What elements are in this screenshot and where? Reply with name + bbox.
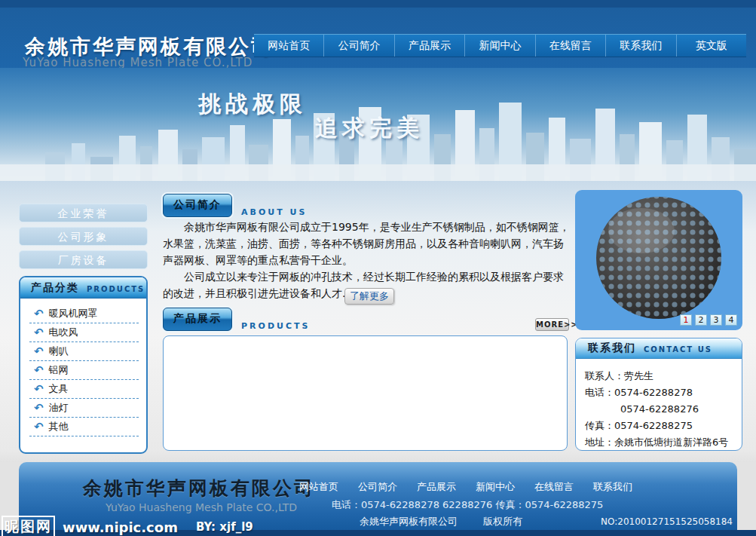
product-category-list: ↶ 暖风机网罩 ↶ 电吹风 ↶ 喇叭 ↶ 铝网 ↶ 文具 (20, 299, 146, 436)
banner: 挑战极限 追求完美 (0, 68, 756, 181)
curved-arrow-icon: ↶ (34, 308, 44, 320)
footer-copyright-text: 版权所有 (483, 515, 522, 528)
category-label: 文具 (49, 382, 69, 396)
category-item-speaker[interactable]: ↶ 喇叭 (29, 342, 139, 361)
footer-nav-message[interactable]: 在线留言 (534, 480, 574, 494)
contact-phone-1: 电话：0574-62288278 (585, 384, 742, 401)
nav-item-contact[interactable]: 联系我们 (605, 35, 675, 57)
watermark-url: www.nipic.com (63, 519, 178, 535)
nav-item-home[interactable]: 网站首页 (254, 35, 323, 57)
about-tab-subtitle: ABOUT US (241, 207, 307, 217)
footer-nav: 网站首页 公司简介 产品展示 新闻中心 在线留言 联系我们 (299, 480, 632, 494)
category-label: 暖风机网罩 (49, 307, 98, 320)
contact-address: 地址：余姚市低塘街道新洋路6号 (585, 434, 742, 451)
product-category-panel: 产品分类 PRODUCTS ↶ 暖风机网罩 ↶ 电吹风 ↶ 喇叭 ↶ (19, 276, 148, 454)
category-item-stationery[interactable]: ↶ 文具 (29, 380, 139, 399)
about-section-header: 公司简介 ABOUT US (163, 194, 307, 217)
products-display-panel (163, 335, 568, 451)
slider-page-3[interactable]: 3 (710, 314, 722, 326)
footer-nav-products[interactable]: 产品展示 (417, 480, 456, 494)
learn-more-button[interactable]: 了解更多 (344, 288, 394, 305)
footer-copyright-company: 余姚华声网板有限公司 (360, 515, 458, 528)
footer-serial-number: NO:20100127151525058184 (601, 516, 733, 527)
product-category-header: 产品分类 PRODUCTS (20, 277, 146, 299)
products-section-header: 产品展示 PRODUCTS (163, 308, 310, 331)
contact-title: 联系我们 (588, 342, 636, 355)
sidebar-item-honor[interactable]: 企业荣誉 (19, 204, 148, 222)
category-label: 油灯 (49, 401, 69, 415)
header: 余姚市华声网板有限公司 YuYao Huasheng Mesh Plate CO… (0, 8, 756, 68)
footer-nav-contact[interactable]: 联系我们 (593, 480, 632, 494)
nav-item-about[interactable]: 公司简介 (323, 35, 393, 57)
footer-company-name-en: YuYao Huasheng Mesh Plate CO.,LTD (106, 501, 297, 513)
slider-page-4[interactable]: 4 (725, 314, 737, 326)
about-tab-button[interactable]: 公司简介 (163, 194, 232, 217)
contact-person: 联系人：劳先生 (585, 368, 742, 384)
page: 余姚市华声网板有限公司 YuYao Huasheng Mesh Plate CO… (0, 0, 756, 536)
category-item-hairdryer[interactable]: ↶ 电吹风 (29, 323, 139, 342)
product-category-subtitle: PRODUCTS (87, 285, 145, 293)
products-more-button[interactable]: MORE>> (535, 318, 569, 331)
category-label: 其他 (49, 420, 69, 433)
category-label: 铝网 (49, 363, 69, 377)
contact-panel-header: 联系我们 CONTACT US (576, 338, 742, 359)
main-nav: 网站首页 公司简介 产品展示 新闻中心 在线留言 联系我们 英文版 (254, 34, 746, 57)
curved-arrow-icon: ↶ (34, 327, 44, 338)
banner-slogan-2: 追求完美 (315, 113, 424, 144)
watermark-logo: 昵图网 (2, 516, 55, 536)
sidebar-item-factory[interactable]: 厂房设备 (19, 250, 148, 269)
contact-subtitle: CONTACT US (644, 345, 712, 354)
watermark: 昵图网 www.nipic.com BY: xjf_l9 (2, 516, 253, 536)
top-bar (0, 0, 756, 8)
category-item-aluminum-mesh[interactable]: ↶ 铝网 (29, 361, 139, 380)
intro-paragraph-1: 余姚市华声网板有限公司成立于1995年，是专业生产不锈钢制品，如不锈钢网篮，水果… (163, 219, 570, 268)
category-label: 喇叭 (49, 345, 69, 358)
contact-fax: 传真：0574-62288275 (585, 418, 742, 434)
slider-page-2[interactable]: 2 (695, 314, 707, 326)
contact-info: 联系人：劳先生 电话：0574-62288278 0574-62288276 传… (576, 359, 742, 451)
curved-arrow-icon: ↶ (34, 384, 44, 395)
nav-item-english[interactable]: 英文版 (676, 35, 746, 57)
curved-arrow-icon: ↶ (34, 346, 44, 357)
curved-arrow-icon: ↶ (34, 403, 44, 414)
curved-arrow-icon: ↶ (34, 421, 44, 433)
slider-pagination: 1 2 3 4 (680, 314, 737, 326)
footer-company-name: 余姚市华声网板有限公司 (83, 476, 315, 501)
banner-slogan-1: 挑战极限 (198, 89, 307, 120)
category-label: 电吹风 (49, 326, 78, 339)
nav-item-products[interactable]: 产品展示 (394, 35, 464, 57)
product-category-title: 产品分类 (31, 281, 79, 295)
curved-arrow-icon: ↶ (34, 365, 44, 376)
category-item-other[interactable]: ↶ 其他 (29, 418, 139, 436)
products-tab-button[interactable]: 产品展示 (163, 308, 232, 331)
contact-phone-2: 0574-62288276 (585, 401, 742, 418)
category-item-heater-mesh[interactable]: ↶ 暖风机网罩 (29, 305, 139, 323)
footer-copyright: 余姚华声网板有限公司 版权所有 (360, 515, 522, 528)
nav-item-news[interactable]: 新闻中心 (464, 35, 534, 57)
mesh-dome-product-image (589, 191, 729, 321)
products-tab-subtitle: PRODUCTS (241, 321, 310, 331)
contact-panel: 联系我们 CONTACT US 联系人：劳先生 电话：0574-62288278… (575, 338, 742, 451)
product-image-slider: 1 2 3 4 (575, 190, 742, 330)
main-content: 企业荣誉 公司形象 厂房设备 产品分类 PRODUCTS ↶ 暖风机网罩 ↶ 电… (0, 181, 756, 462)
nav-item-message[interactable]: 在线留言 (535, 35, 605, 57)
footer-phone-line: 电话：0574-62288278 62288276 传真：0574-622882… (332, 498, 603, 512)
footer-nav-about[interactable]: 公司简介 (358, 480, 397, 494)
sidebar-item-image[interactable]: 公司形象 (19, 227, 148, 246)
category-item-oil-lamp[interactable]: ↶ 油灯 (29, 399, 139, 418)
footer-nav-news[interactable]: 新闻中心 (476, 480, 515, 494)
slider-page-1[interactable]: 1 (680, 314, 692, 326)
footer-nav-home[interactable]: 网站首页 (299, 480, 338, 494)
watermark-author: BY: xjf_l9 (196, 520, 253, 534)
